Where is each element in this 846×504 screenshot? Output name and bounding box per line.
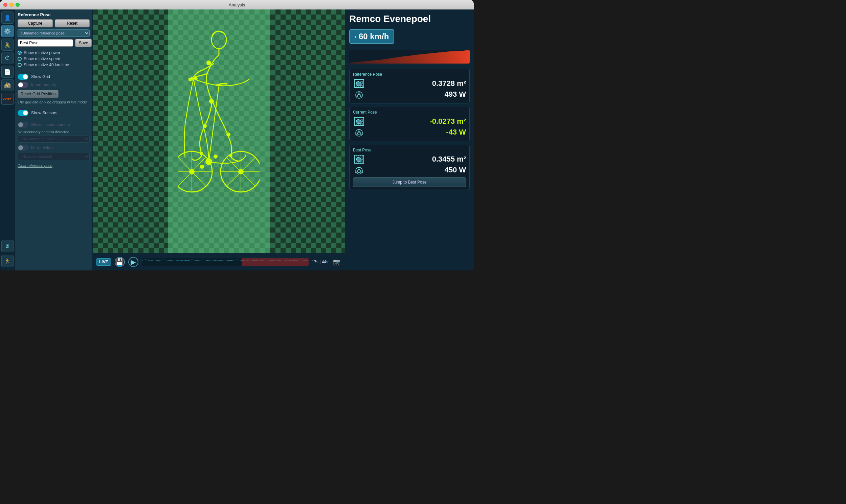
reset-button[interactable]: Reset [55,19,90,28]
svg-point-24 [213,155,218,159]
metric-radio-group: Show relative power Show relative speed … [18,50,90,67]
main-container: 👤 ⚙️ 🚴 ⏱ 📄 🚵 ANT+ 🎚 🏃 Reference Pose Cap… [0,10,474,270]
jump-to-best-pose-button[interactable]: Jump to Best Pose [353,178,466,187]
svg-point-6 [226,132,230,137]
show-second-camera-label: Show second camera [31,122,70,127]
svg-point-26 [206,60,211,65]
current-pose-section: Current Pose -0.0273 m² [349,107,470,141]
radio-power-circle [18,51,22,55]
current-cyclist-power-icon [353,127,365,137]
radio-speed-label: Show relative speed [24,56,60,61]
best-pose-section-title: Best Pose [353,148,466,152]
radio-relative-speed[interactable]: Show relative speed [18,56,90,61]
close-button[interactable] [3,3,7,7]
show-sensors-label: Show Sensors [31,110,57,115]
best-area-value: 0.3455 m² [432,155,466,164]
svg-point-28 [190,77,193,80]
timeline-scrubber[interactable] [142,258,309,266]
divider-1 [18,71,90,71]
speedometer-icon-btn[interactable]: ⏱ [1,52,14,64]
ant-icon-btn[interactable]: ANT+ [1,93,14,105]
camera-select-row: [No camera selected] [18,135,90,143]
mirror-video-row: Mirror video [18,145,90,151]
current-area-row: -0.0273 m² [353,116,466,126]
video-area: LIVE 💾 ▶ 17s | 44s 📷 [93,10,345,270]
capture-button[interactable]: Capture [18,19,53,28]
reference-pose-section-title: Reference Pose [353,72,466,77]
live-badge[interactable]: LIVE [96,258,111,266]
minimize-button[interactable] [10,3,14,7]
control-panel: Reference Pose Capture Reset [Unnamed re… [15,10,93,270]
svg-point-27 [209,99,214,104]
speed-row: ‹ 60 km/h [349,29,470,45]
current-watts-value: -43 W [446,128,466,137]
timeline-bar: LIVE 💾 ▶ 17s | 44s 📷 [93,253,345,270]
svg-point-66 [358,168,360,170]
athlete-name: Remco Evenepoel [349,14,470,24]
timeline-highlight [242,258,308,266]
svg-point-0 [211,31,226,49]
speed-chart [349,50,470,64]
stats-panel: Remco Evenepoel ‹ 60 km/h Reference Pose [345,10,474,270]
radio-relative-power[interactable]: Show relative power [18,50,90,55]
best-area-row: 0.3455 m² [353,155,466,164]
clear-reference-pose-button[interactable]: Clear reference pose [18,164,52,168]
camera-icon-btn[interactable]: 📷 [332,257,342,267]
ignore-battery-toggle[interactable] [18,82,29,88]
radio-relative-40km[interactable]: Show relative 40 km time [18,62,90,67]
maximize-button[interactable] [16,3,20,7]
name-save-row: Save [18,39,90,47]
pose-name-input[interactable] [18,39,73,47]
play-button[interactable]: ▶ [128,257,138,267]
current-area-value: -0.0273 m² [429,117,466,126]
show-second-camera-toggle [18,122,29,128]
reference-area-value: 0.3728 m² [432,79,466,88]
show-sensors-toggle[interactable] [18,110,29,116]
cyclist-power-icon [353,90,365,99]
svg-point-20 [189,169,194,175]
ignore-battery-row: Ignore battery [18,82,90,88]
svg-point-65 [357,170,361,173]
svg-point-64 [356,167,362,174]
no-secondary-camera-text: No secondary camera detected [18,130,90,134]
save-button[interactable]: Save [75,39,92,47]
profile-icon-btn[interactable]: 👤 [1,12,14,24]
cyclist2-icon-btn[interactable]: 🚵 [1,79,14,91]
sliders-icon-btn[interactable]: 🎚 [1,240,14,252]
radio-speed-circle [18,57,22,61]
pose-select-row: [No pose selected] [18,153,90,160]
settings-icon-btn[interactable]: ⚙️ [1,25,14,37]
mirror-video-label: Mirror video [31,145,52,150]
radio-power-label: Show relative power [24,50,60,55]
svg-point-39 [357,94,361,97]
svg-point-53 [358,130,360,132]
save-timeline-button[interactable]: 💾 [115,257,125,267]
svg-marker-29 [349,50,470,64]
show-grid-toggle[interactable] [18,74,29,80]
current-pose-section-title: Current Pose [353,110,466,114]
mirror-video-toggle [18,145,29,151]
icon-sidebar: 👤 ⚙️ 🚴 ⏱ 📄 🚵 ANT+ 🎚 🏃 [0,10,15,270]
ant-label: ANT+ [3,97,12,101]
capture-reset-row: Capture Reset [18,19,90,28]
video-background [93,10,345,253]
reset-grid-position-button[interactable]: Reset Grid Position [18,90,58,98]
show-grid-row: Show Grid [18,74,90,80]
reference-area-row: 0.3728 m² [353,79,466,88]
best-pose-section: Best Pose 0.3455 m² [349,145,470,190]
current-frontal-area-icon [353,116,365,126]
document-icon-btn[interactable]: 📄 [1,66,14,78]
svg-point-21 [238,169,244,175]
svg-point-22 [205,158,212,165]
cyclist-icon-btn[interactable]: 🚴 [1,38,14,51]
export-icon-btn[interactable]: 🏃 [1,255,14,267]
best-cyclist-power-icon [353,165,365,175]
traffic-lights [3,3,20,7]
best-frontal-area-icon [353,155,365,164]
radio-40km-circle [18,63,22,67]
current-watts-row: -43 W [353,127,466,137]
svg-point-23 [200,165,204,169]
show-second-camera-row: Show second camera [18,122,90,128]
pose-dropdown[interactable]: [Unnamed reference pose] [18,30,90,37]
reference-watts-value: 493 W [444,90,466,99]
